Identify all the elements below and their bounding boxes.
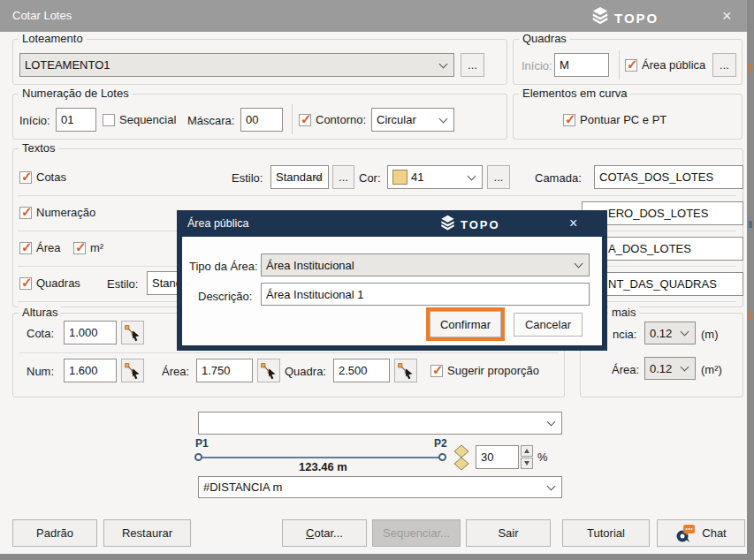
p2-label: P2 (434, 437, 447, 450)
numeracao-inicio-input[interactable]: 01 (56, 108, 96, 132)
distancia-decimais-combobox[interactable]: 0.12 (644, 322, 696, 344)
background-window-strip-right (747, 0, 754, 560)
numeracao-texto-checkbox[interactable]: Numeração (19, 206, 95, 219)
estilo-value-1: Standard (276, 170, 323, 184)
pick-on-screen-icon (124, 324, 141, 342)
descricao-value: Área Institucional 1 (266, 288, 364, 301)
cotar-accel: C (306, 526, 314, 540)
distance-value: 123.46 m (299, 460, 347, 473)
checkbox-check-icon (625, 59, 637, 72)
dialog-titlebar[interactable]: Cotar Lotes TOPO × (0, 0, 747, 32)
tutorial-button[interactable]: Tutorial (562, 519, 650, 547)
contorno-combobox[interactable]: Circular (371, 108, 454, 132)
distancia-unit-label: (m) (701, 328, 719, 341)
contorno-checkbox[interactable]: Contorno: (299, 113, 366, 126)
estilo-browse-button-1[interactable]: ... (332, 165, 354, 189)
percent-down-button[interactable] (521, 458, 533, 469)
tipo-area-combobox[interactable]: Área Institucional (261, 254, 590, 276)
loteamento-value: LOTEAMENTO1 (25, 58, 110, 72)
format-combobox[interactable]: #DISTANCIA m (198, 476, 562, 498)
num-input[interactable]: 1.600 (64, 359, 117, 382)
quadras-inicio-input[interactable]: M (554, 53, 609, 77)
quadras-texto-checkbox[interactable]: Quadras (19, 276, 80, 290)
camada-input-cotas[interactable]: COTAS_DOS_LOTES (594, 165, 743, 189)
cotas-checkbox[interactable]: Cotas (19, 170, 66, 184)
contorno-value: Circular (377, 113, 416, 126)
checkbox-check-icon (19, 242, 32, 254)
area-decimais-combobox[interactable]: 0.12 (644, 357, 696, 380)
chat-button[interactable]: Chat (657, 519, 745, 547)
alturas-separator (19, 352, 559, 353)
mascara-input[interactable]: 00 (240, 108, 283, 132)
sequencial-label: Sequencial (119, 113, 176, 126)
quadra-pick-button[interactable] (394, 359, 417, 382)
estilo-combobox-1[interactable]: Standard (270, 165, 329, 189)
cota-value: 1.000 (69, 326, 98, 339)
camada-value-area: A_DOS_LOTES (608, 242, 691, 255)
sequenciar-button: Sequenciar... (372, 519, 461, 547)
num-pick-button[interactable] (121, 359, 144, 382)
confirmar-button[interactable]: Confirmar (430, 311, 501, 337)
sugerir-proporcao-checkbox[interactable]: Sugerir proporção (430, 364, 539, 377)
cota-label: Cota: (27, 327, 54, 340)
decimais-area-label: Área: (612, 363, 639, 376)
estilo-label-1: Estilo: (232, 171, 263, 185)
cotar-button[interactable]: Cotar... (282, 519, 367, 547)
tipo-area-label: Tipo da Área: (189, 260, 258, 273)
checkbox-check-icon (563, 114, 575, 126)
distance-line (202, 457, 442, 458)
padrao-button[interactable]: Padrão (12, 519, 97, 547)
area-pick-button[interactable] (257, 359, 280, 382)
camada-value-cotas: COTAS_DOS_LOTES (599, 170, 713, 184)
quadra-input[interactable]: 2.500 (333, 359, 390, 382)
group-curva-label: Elementos em curva (519, 87, 631, 100)
percent-input[interactable]: 30 (476, 445, 519, 469)
arrow-up-icon (524, 449, 529, 453)
descricao-label: Descrição: (198, 290, 252, 303)
percent-up-button[interactable] (521, 445, 533, 457)
close-icon[interactable]: × (722, 8, 732, 24)
cota-pick-button[interactable] (121, 321, 144, 344)
tipo-area-value: Área Institucional (266, 259, 354, 272)
area-publica-browse-button[interactable]: ... (712, 53, 736, 77)
topo-logo: TOPO (590, 6, 659, 29)
area-texto-label: Área (36, 241, 60, 254)
numeracao-texto-label: Numeração (36, 206, 95, 219)
area-texto-checkbox[interactable]: Área (19, 241, 60, 254)
checkbox-check-icon (19, 277, 32, 290)
sair-button[interactable]: Sair (466, 519, 551, 547)
pontuar-pc-pt-checkbox[interactable]: Pontuar PC e PT (563, 113, 666, 126)
sequencial-checkbox[interactable]: Sequencial (103, 113, 176, 126)
loteamento-combobox[interactable]: LOTEAMENTO1 (19, 53, 454, 77)
quadras-inicio-label: Início: (522, 59, 552, 72)
estilo-label-4: Estilo: (107, 277, 138, 291)
cotar-rest: otar... (314, 526, 343, 540)
loteamento-browse-button[interactable]: ... (461, 53, 484, 77)
p2-point-icon (438, 453, 446, 461)
proportion-diamonds-icon (453, 444, 470, 474)
checkbox-empty-icon (103, 114, 115, 126)
m2-checkbox[interactable]: m² (73, 241, 103, 254)
alturas-area-input[interactable]: 1.750 (196, 359, 253, 382)
chat-label: Chat (702, 526, 726, 540)
preview-combobox[interactable] (198, 412, 562, 435)
area-publica-modal: Área pública TOPO × Tipo da Área: Área I… (177, 210, 607, 351)
modal-close-icon[interactable]: × (569, 216, 577, 231)
cor-browse-button[interactable]: ... (487, 165, 510, 189)
contorno-label: Contorno: (316, 113, 366, 126)
restaurar-button[interactable]: Restaurar (103, 519, 191, 547)
background-window-strip-bottom (0, 554, 754, 560)
pick-on-screen-icon (124, 362, 141, 380)
group-textos-label: Textos (19, 141, 59, 155)
cota-input[interactable]: 1.000 (64, 321, 117, 344)
checkbox-check-icon (19, 171, 32, 184)
group-decimais-label: mais (608, 306, 639, 319)
quadra-label: Quadra: (285, 365, 326, 378)
descricao-input[interactable]: Área Institucional 1 (261, 283, 590, 306)
background-artifact (749, 221, 752, 228)
num-label: Num: (27, 365, 54, 378)
cancelar-button[interactable]: Cancelar (514, 313, 583, 337)
cor-combobox[interactable]: 41 (387, 165, 483, 189)
group-loteamento-label: Loteamento (19, 32, 87, 45)
area-publica-checkbox[interactable]: Área pública (625, 58, 705, 72)
